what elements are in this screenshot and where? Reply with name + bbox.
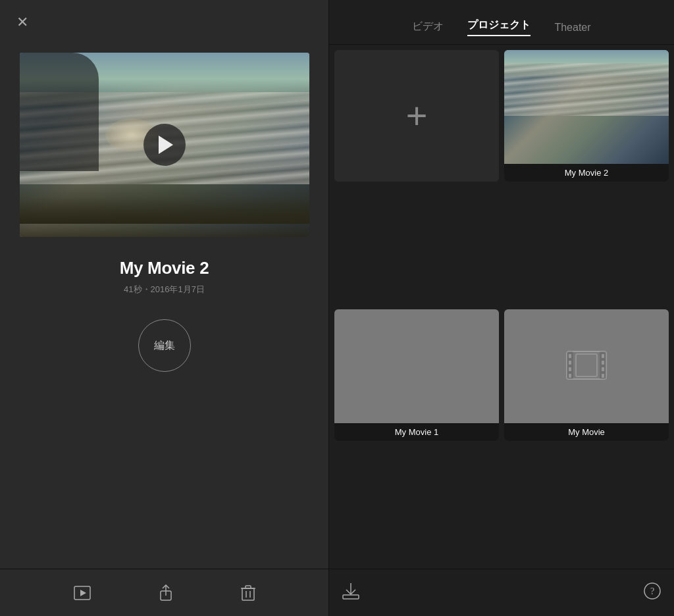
projects-grid: + My Movie 2 My Movie 1 (329, 45, 674, 569)
svg-marker-1 (80, 590, 86, 596)
svg-rect-16 (602, 354, 604, 358)
svg-rect-18 (602, 367, 604, 371)
svg-rect-17 (602, 361, 604, 365)
tab-bar: ビデオ プロジェクト Theater (329, 0, 674, 45)
svg-rect-8 (246, 586, 251, 588)
edit-button-label: 編集 (154, 339, 175, 353)
svg-rect-19 (602, 374, 604, 378)
plus-icon: + (406, 97, 428, 134)
svg-rect-21 (343, 595, 359, 599)
project-card-my-movie-2[interactable]: My Movie 2 (504, 50, 669, 182)
card-thumbnail (334, 309, 499, 423)
edit-button[interactable]: 編集 (138, 319, 191, 372)
svg-rect-15 (569, 374, 571, 378)
card-thumbnail (504, 309, 669, 423)
project-card-my-movie[interactable]: My Movie (504, 309, 669, 441)
svg-rect-20 (576, 354, 597, 376)
new-project-button[interactable]: + (334, 50, 499, 182)
play-button[interactable] (143, 124, 186, 166)
movie-meta: 41秒・2016年1月7日 (124, 284, 205, 295)
play-toolbar-icon (74, 586, 91, 600)
share-button[interactable] (159, 584, 173, 602)
card-thumbnail (504, 50, 669, 164)
card-label: My Movie (504, 423, 669, 441)
card-label: My Movie 1 (334, 423, 499, 441)
delete-icon (241, 584, 255, 602)
movie-title: My Movie 2 (120, 258, 209, 278)
left-toolbar (0, 569, 328, 616)
play-icon (159, 136, 173, 154)
delete-button[interactable] (241, 584, 255, 602)
tab-theater[interactable]: Theater (554, 22, 590, 36)
right-toolbar: ? (329, 569, 674, 616)
play-toolbar-button[interactable] (74, 586, 91, 600)
svg-rect-13 (569, 361, 571, 365)
tab-video[interactable]: ビデオ (412, 20, 444, 36)
svg-text:?: ? (650, 586, 654, 596)
help-icon: ? (644, 582, 661, 600)
download-icon (342, 582, 359, 600)
svg-rect-4 (242, 588, 254, 600)
project-card-my-movie-1[interactable]: My Movie 1 (334, 309, 499, 441)
svg-rect-12 (569, 354, 571, 358)
help-button[interactable]: ? (644, 582, 661, 603)
video-thumbnail (20, 53, 309, 237)
svg-rect-14 (569, 367, 571, 371)
card-label: My Movie 2 (504, 164, 669, 182)
download-button[interactable] (342, 582, 359, 604)
right-panel: ビデオ プロジェクト Theater + My Movie 2 My Movie… (329, 0, 674, 616)
left-panel: ✕ My Movie 2 41秒・2016年1月7日 編集 (0, 0, 329, 616)
filmstrip-icon (565, 349, 608, 382)
close-button[interactable]: ✕ (12, 12, 33, 33)
share-icon (159, 584, 173, 602)
tab-projects[interactable]: プロジェクト (467, 18, 531, 36)
